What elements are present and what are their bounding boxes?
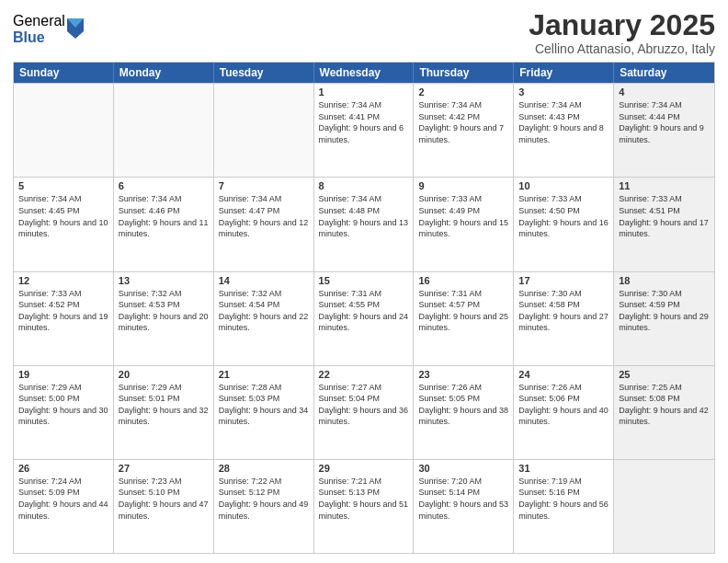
logo-general: General <box>13 13 65 29</box>
day-info: Sunrise: 7:33 AM Sunset: 4:49 PM Dayligh… <box>418 193 508 239</box>
calendar-cell: 21Sunrise: 7:28 AM Sunset: 5:03 PM Dayli… <box>214 366 314 459</box>
calendar-cell: 5Sunrise: 7:34 AM Sunset: 4:45 PM Daylig… <box>14 178 114 270</box>
day-number: 20 <box>119 369 209 380</box>
day-info: Sunrise: 7:34 AM Sunset: 4:44 PM Dayligh… <box>619 99 710 145</box>
calendar-cell: 28Sunrise: 7:22 AM Sunset: 5:12 PM Dayli… <box>214 460 314 553</box>
weekday-header: Friday <box>514 63 614 83</box>
calendar-cell: 7Sunrise: 7:34 AM Sunset: 4:47 PM Daylig… <box>214 178 314 270</box>
calendar-cell: 1Sunrise: 7:34 AM Sunset: 4:41 PM Daylig… <box>314 84 415 177</box>
page: General Blue January 2025 Cellino Attana… <box>0 0 728 563</box>
calendar-cell: 4Sunrise: 7:34 AM Sunset: 4:44 PM Daylig… <box>614 84 714 177</box>
day-info: Sunrise: 7:27 AM Sunset: 5:04 PM Dayligh… <box>319 382 409 428</box>
day-info: Sunrise: 7:26 AM Sunset: 5:05 PM Dayligh… <box>418 382 508 428</box>
weekday-header: Saturday <box>614 63 714 83</box>
weekday-header: Monday <box>114 63 214 83</box>
calendar-cell: 9Sunrise: 7:33 AM Sunset: 4:49 PM Daylig… <box>414 178 514 270</box>
day-info: Sunrise: 7:31 AM Sunset: 4:55 PM Dayligh… <box>319 288 409 334</box>
calendar-cell: 18Sunrise: 7:30 AM Sunset: 4:59 PM Dayli… <box>614 272 714 365</box>
weekday-header: Sunday <box>14 63 114 83</box>
day-number: 28 <box>219 463 309 474</box>
weekday-header: Tuesday <box>214 63 314 83</box>
day-number: 19 <box>18 369 108 380</box>
calendar-cell: 17Sunrise: 7:30 AM Sunset: 4:58 PM Dayli… <box>514 272 614 365</box>
subtitle: Cellino Attanasio, Abruzzo, Italy <box>529 41 715 56</box>
day-info: Sunrise: 7:34 AM Sunset: 4:46 PM Dayligh… <box>119 193 209 239</box>
calendar-body: 1Sunrise: 7:34 AM Sunset: 4:41 PM Daylig… <box>14 83 714 553</box>
calendar-header-row: SundayMondayTuesdayWednesdayThursdayFrid… <box>14 63 714 83</box>
day-info: Sunrise: 7:34 AM Sunset: 4:47 PM Dayligh… <box>219 193 309 239</box>
day-number: 22 <box>319 369 409 380</box>
day-info: Sunrise: 7:22 AM Sunset: 5:12 PM Dayligh… <box>219 476 309 522</box>
day-number: 30 <box>418 463 508 474</box>
calendar-cell: 11Sunrise: 7:33 AM Sunset: 4:51 PM Dayli… <box>614 178 714 270</box>
day-number: 4 <box>619 86 710 98</box>
weekday-header: Thursday <box>414 63 514 83</box>
calendar-cell: 19Sunrise: 7:29 AM Sunset: 5:00 PM Dayli… <box>14 366 114 459</box>
calendar-cell: 26Sunrise: 7:24 AM Sunset: 5:09 PM Dayli… <box>14 460 114 553</box>
calendar-cell: 25Sunrise: 7:25 AM Sunset: 5:08 PM Dayli… <box>614 366 714 459</box>
calendar-week: 12Sunrise: 7:33 AM Sunset: 4:52 PM Dayli… <box>14 271 714 365</box>
day-info: Sunrise: 7:34 AM Sunset: 4:42 PM Dayligh… <box>418 99 508 145</box>
day-number: 12 <box>18 275 108 286</box>
calendar-cell: 13Sunrise: 7:32 AM Sunset: 4:53 PM Dayli… <box>114 272 214 365</box>
day-number: 16 <box>418 275 508 286</box>
day-number: 14 <box>219 275 309 286</box>
day-info: Sunrise: 7:21 AM Sunset: 5:13 PM Dayligh… <box>319 476 409 522</box>
day-number: 3 <box>518 86 609 98</box>
day-info: Sunrise: 7:29 AM Sunset: 5:00 PM Dayligh… <box>18 382 108 428</box>
day-info: Sunrise: 7:33 AM Sunset: 4:51 PM Dayligh… <box>619 193 710 239</box>
day-info: Sunrise: 7:28 AM Sunset: 5:03 PM Dayligh… <box>219 382 309 428</box>
calendar-cell <box>614 460 714 553</box>
day-info: Sunrise: 7:34 AM Sunset: 4:48 PM Dayligh… <box>319 193 409 239</box>
day-number: 2 <box>418 86 508 98</box>
title-block: January 2025 Cellino Attanasio, Abruzzo,… <box>529 9 715 56</box>
day-info: Sunrise: 7:25 AM Sunset: 5:08 PM Dayligh… <box>619 382 710 428</box>
calendar-cell <box>114 84 214 177</box>
day-info: Sunrise: 7:26 AM Sunset: 5:06 PM Dayligh… <box>518 382 609 428</box>
day-number: 27 <box>119 463 209 474</box>
calendar-cell: 16Sunrise: 7:31 AM Sunset: 4:57 PM Dayli… <box>414 272 514 365</box>
calendar-cell: 27Sunrise: 7:23 AM Sunset: 5:10 PM Dayli… <box>114 460 214 553</box>
day-number: 21 <box>219 369 309 380</box>
day-info: Sunrise: 7:30 AM Sunset: 4:59 PM Dayligh… <box>619 288 710 334</box>
calendar-week: 26Sunrise: 7:24 AM Sunset: 5:09 PM Dayli… <box>14 459 714 553</box>
day-number: 29 <box>319 463 409 474</box>
day-number: 25 <box>619 369 710 380</box>
day-number: 1 <box>319 86 409 98</box>
calendar-cell: 2Sunrise: 7:34 AM Sunset: 4:42 PM Daylig… <box>414 84 514 177</box>
day-info: Sunrise: 7:34 AM Sunset: 4:43 PM Dayligh… <box>518 99 609 145</box>
day-number: 23 <box>418 369 508 380</box>
calendar-cell: 23Sunrise: 7:26 AM Sunset: 5:05 PM Dayli… <box>414 366 514 459</box>
day-number: 5 <box>18 180 108 191</box>
day-number: 6 <box>119 180 209 191</box>
calendar-cell: 15Sunrise: 7:31 AM Sunset: 4:55 PM Dayli… <box>314 272 415 365</box>
weekday-header: Wednesday <box>314 63 415 83</box>
day-number: 24 <box>518 369 609 380</box>
day-number: 10 <box>518 180 609 191</box>
header: General Blue January 2025 Cellino Attana… <box>13 9 715 56</box>
logo-text: General Blue <box>13 13 65 45</box>
calendar-week: 5Sunrise: 7:34 AM Sunset: 4:45 PM Daylig… <box>14 177 714 270</box>
day-info: Sunrise: 7:34 AM Sunset: 4:41 PM Dayligh… <box>319 99 409 145</box>
logo-blue: Blue <box>13 29 65 46</box>
day-info: Sunrise: 7:24 AM Sunset: 5:09 PM Dayligh… <box>18 476 108 522</box>
day-info: Sunrise: 7:20 AM Sunset: 5:14 PM Dayligh… <box>418 476 508 522</box>
day-number: 13 <box>119 275 209 286</box>
day-info: Sunrise: 7:30 AM Sunset: 4:58 PM Dayligh… <box>518 288 609 334</box>
day-number: 17 <box>518 275 609 286</box>
calendar-cell: 31Sunrise: 7:19 AM Sunset: 5:16 PM Dayli… <box>514 460 614 553</box>
day-info: Sunrise: 7:33 AM Sunset: 4:50 PM Dayligh… <box>518 193 609 239</box>
calendar-cell: 3Sunrise: 7:34 AM Sunset: 4:43 PM Daylig… <box>514 84 614 177</box>
day-number: 18 <box>619 275 710 286</box>
calendar-cell: 14Sunrise: 7:32 AM Sunset: 4:54 PM Dayli… <box>214 272 314 365</box>
day-number: 11 <box>619 180 710 191</box>
day-number: 26 <box>18 463 108 474</box>
day-info: Sunrise: 7:31 AM Sunset: 4:57 PM Dayligh… <box>418 288 508 334</box>
calendar-cell: 20Sunrise: 7:29 AM Sunset: 5:01 PM Dayli… <box>114 366 214 459</box>
day-info: Sunrise: 7:23 AM Sunset: 5:10 PM Dayligh… <box>119 476 209 522</box>
day-info: Sunrise: 7:32 AM Sunset: 4:54 PM Dayligh… <box>219 288 309 334</box>
day-info: Sunrise: 7:19 AM Sunset: 5:16 PM Dayligh… <box>518 476 609 522</box>
calendar-cell <box>14 84 114 177</box>
day-number: 31 <box>518 463 609 474</box>
logo-icon <box>67 18 84 39</box>
